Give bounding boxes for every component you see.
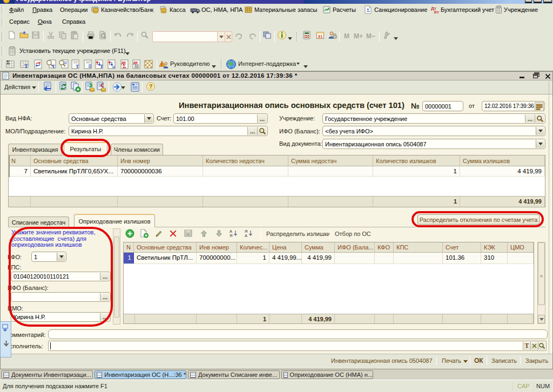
- svg-text:Σ: Σ: [6, 59, 10, 65]
- svg-text:Σ: Σ: [367, 8, 370, 13]
- svg-text:ок: ок: [187, 233, 190, 236]
- svg-text:T: T: [24, 63, 28, 69]
- svg-text:А: А: [245, 233, 247, 238]
- svg-text:Я: Я: [230, 233, 232, 238]
- svg-text:T: T: [76, 64, 79, 69]
- svg-text:31: 31: [318, 34, 323, 39]
- svg-text:T: T: [100, 64, 103, 69]
- svg-text:дк: дк: [133, 60, 138, 65]
- svg-text:!: !: [161, 62, 163, 67]
- svg-text:Кт: Кт: [434, 10, 439, 14]
- svg-text:?: ?: [149, 83, 153, 90]
- svg-text:Σ: Σ: [123, 63, 126, 69]
- svg-text:T: T: [52, 64, 55, 69]
